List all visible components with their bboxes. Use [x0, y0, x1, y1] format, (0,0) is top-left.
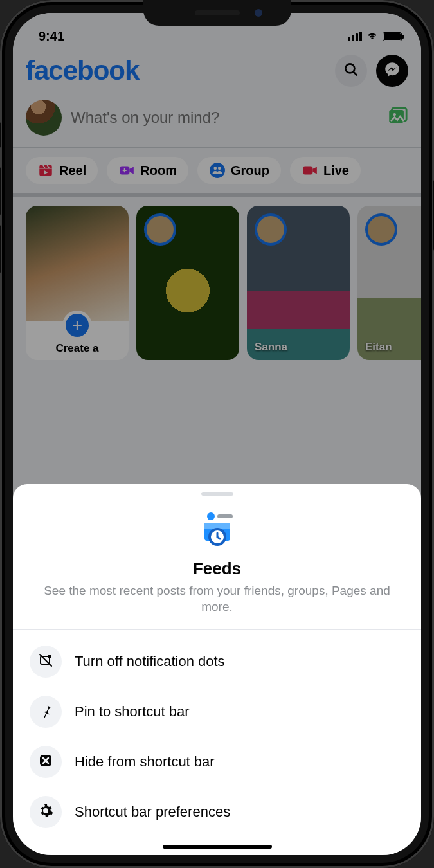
- sheet-grabber[interactable]: [201, 492, 233, 496]
- device-notch: [143, 0, 291, 26]
- option-turn-off-notification-dots[interactable]: Turn off notification dots: [13, 637, 421, 687]
- close-square-icon: [38, 753, 53, 771]
- svg-point-17: [48, 655, 51, 658]
- gear-icon: [38, 803, 53, 821]
- home-indicator[interactable]: [163, 845, 272, 849]
- feeds-action-sheet: Feeds See the most recent posts from you…: [13, 484, 421, 855]
- feeds-icon: [197, 509, 238, 550]
- option-label: Turn off notification dots: [75, 653, 225, 670]
- pin-icon: [38, 703, 53, 721]
- svg-point-13: [207, 512, 215, 520]
- option-shortcut-bar-preferences[interactable]: Shortcut bar preferences: [13, 787, 421, 837]
- notification-off-icon: [38, 653, 53, 671]
- option-label: Pin to shortcut bar: [75, 703, 190, 720]
- sheet-title: Feeds: [193, 559, 241, 579]
- device-frame: 9:41 facebook: [0, 0, 434, 868]
- screen: 9:41 facebook: [13, 13, 421, 855]
- svg-rect-14: [217, 514, 233, 518]
- option-hide-from-shortcut-bar[interactable]: Hide from shortcut bar: [13, 737, 421, 787]
- option-label: Shortcut bar preferences: [75, 804, 230, 820]
- option-label: Hide from shortcut bar: [75, 754, 215, 770]
- sheet-description: See the most recent posts from your frie…: [32, 583, 402, 615]
- option-pin-to-shortcut-bar[interactable]: Pin to shortcut bar: [13, 687, 421, 737]
